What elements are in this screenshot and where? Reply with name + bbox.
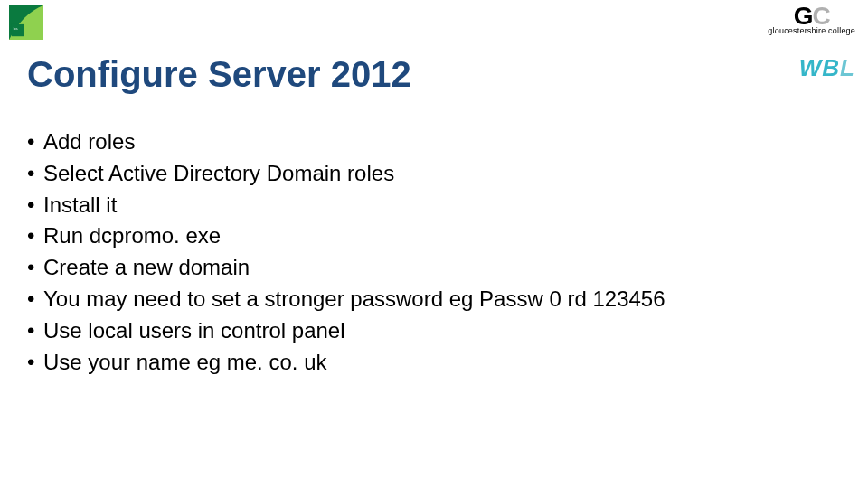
bullet-item: •Use your name eg me. co. uk (27, 347, 665, 379)
bullet-text: Run dcpromo. exe (43, 221, 221, 252)
wbl-logo: WBL (799, 54, 855, 82)
bullet-item: •Use local users in control panel (27, 315, 665, 347)
bullet-text: Create a new domain (43, 252, 250, 284)
bullet-text: Install it (43, 190, 117, 221)
bcs-logo: bcs (9, 5, 43, 40)
bullet-item: •You may need to set a stronger password… (27, 284, 665, 315)
bullet-text: You may need to set a stronger password … (43, 284, 665, 315)
bullet-item: •Select Active Directory Domain roles (27, 158, 665, 190)
bullet-item: •Install it (27, 190, 665, 221)
svg-text:bcs: bcs (14, 27, 18, 31)
bullet-item: •Run dcpromo. exe (27, 221, 665, 252)
bullet-text: Select Active Directory Domain roles (43, 158, 394, 190)
bullet-text: Use local users in control panel (43, 315, 345, 347)
bullet-item: •Create a new domain (27, 252, 665, 284)
gc-logo-subtext: gloucestershire college (768, 26, 855, 35)
bullet-list: •Add roles •Select Active Directory Doma… (27, 127, 665, 378)
bullet-text: Add roles (43, 127, 135, 158)
bullet-item: •Add roles (27, 127, 665, 158)
gc-logo: GC gloucestershire college (768, 5, 855, 35)
slide-title: Configure Server 2012 (27, 54, 411, 95)
bullet-text: Use your name eg me. co. uk (43, 347, 326, 379)
